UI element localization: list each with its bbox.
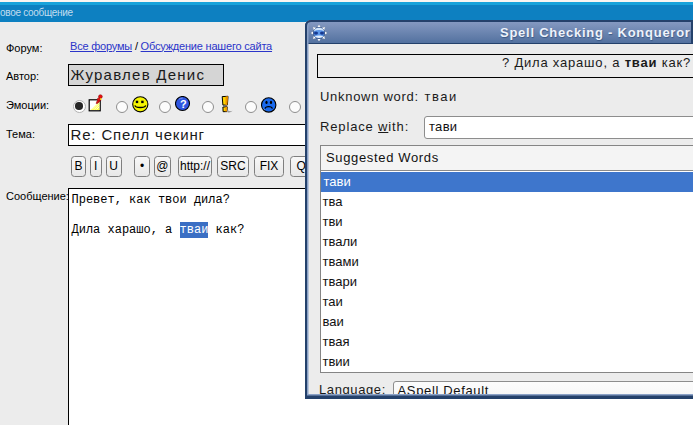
svg-text:?: ? bbox=[179, 97, 186, 109]
